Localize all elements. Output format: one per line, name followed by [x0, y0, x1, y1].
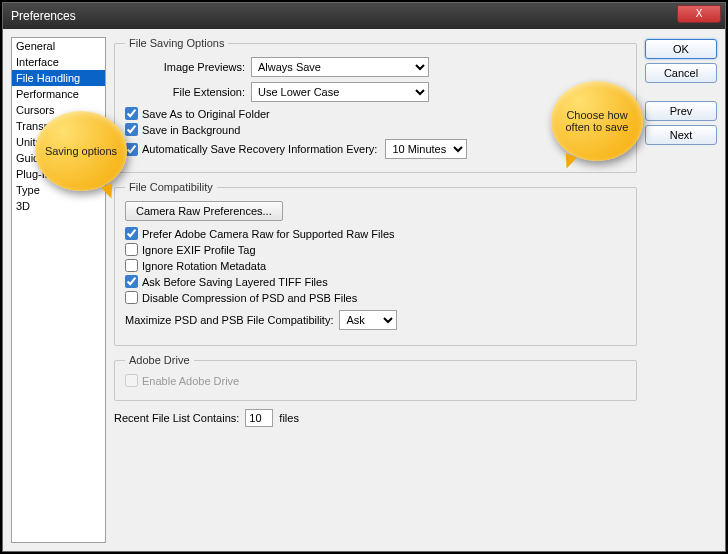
- image-previews-row: Image Previews: Always Save: [125, 57, 626, 77]
- sidebar-item-label: 3D: [16, 200, 30, 212]
- camera-raw-prefs-button[interactable]: Camera Raw Preferences...: [125, 201, 283, 221]
- maximize-select[interactable]: Ask: [339, 310, 397, 330]
- ignore-rotation-checkbox[interactable]: [125, 259, 138, 272]
- sidebar-item-file-handling[interactable]: File Handling: [12, 70, 105, 86]
- enable-drive-row: Enable Adobe Drive: [125, 374, 626, 387]
- recent-files-input[interactable]: [245, 409, 273, 427]
- prefer-acr-label: Prefer Adobe Camera Raw for Supported Ra…: [142, 228, 395, 240]
- image-previews-label: Image Previews:: [125, 61, 245, 73]
- window-title: Preferences: [11, 9, 76, 23]
- prev-label: Prev: [670, 105, 693, 117]
- save-original-checkbox[interactable]: [125, 107, 138, 120]
- sidebar-item-general[interactable]: General: [12, 38, 105, 54]
- cancel-label: Cancel: [664, 67, 698, 79]
- ok-button[interactable]: OK: [645, 39, 717, 59]
- ignore-rotation-label: Ignore Rotation Metadata: [142, 260, 266, 272]
- recent-files-label-post: files: [279, 412, 299, 424]
- ignore-exif-checkbox[interactable]: [125, 243, 138, 256]
- camera-raw-prefs-label: Camera Raw Preferences...: [136, 205, 272, 217]
- auto-recovery-row: Automatically Save Recovery Information …: [125, 139, 626, 159]
- disable-psd-label: Disable Compression of PSD and PSB Files: [142, 292, 357, 304]
- file-compatibility-group: File Compatibility Camera Raw Preference…: [114, 181, 637, 346]
- preferences-window: Preferences X General Interface File Han…: [2, 2, 726, 552]
- save-background-checkbox[interactable]: [125, 123, 138, 136]
- prefer-acr-row: Prefer Adobe Camera Raw for Supported Ra…: [125, 227, 626, 240]
- enable-drive-checkbox: [125, 374, 138, 387]
- next-button[interactable]: Next: [645, 125, 717, 145]
- close-button[interactable]: X: [677, 5, 721, 23]
- prev-button[interactable]: Prev: [645, 101, 717, 121]
- maximize-row: Maximize PSD and PSB File Compatibility:…: [125, 310, 626, 330]
- sidebar-item-label: Type: [16, 184, 40, 196]
- sidebar-item-label: Interface: [16, 56, 59, 68]
- adobe-drive-group: Adobe Drive Enable Adobe Drive: [114, 354, 637, 401]
- enable-drive-label: Enable Adobe Drive: [142, 375, 239, 387]
- sidebar-item-label: General: [16, 40, 55, 52]
- save-background-label: Save in Background: [142, 124, 240, 136]
- maximize-label: Maximize PSD and PSB File Compatibility:: [125, 314, 333, 326]
- auto-recovery-interval-select[interactable]: 10 Minutes: [385, 139, 467, 159]
- sidebar-item-3d[interactable]: 3D: [12, 198, 105, 214]
- recent-files-row: Recent File List Contains: files: [114, 409, 637, 427]
- ignore-exif-label: Ignore EXIF Profile Tag: [142, 244, 256, 256]
- callout-choose-frequency: Choose how often to save: [551, 81, 643, 161]
- titlebar[interactable]: Preferences X: [3, 3, 725, 29]
- dialog-buttons: OK Cancel Prev Next: [645, 37, 717, 543]
- save-original-label: Save As to Original Folder: [142, 108, 270, 120]
- recent-files-label-pre: Recent File List Contains:: [114, 412, 239, 424]
- callout-text: Choose how often to save: [559, 109, 635, 133]
- ignore-exif-row: Ignore EXIF Profile Tag: [125, 243, 626, 256]
- disable-psd-row: Disable Compression of PSD and PSB Files: [125, 291, 626, 304]
- file-extension-label: File Extension:: [125, 86, 245, 98]
- close-icon: X: [696, 8, 703, 19]
- sidebar-item-label: Performance: [16, 88, 79, 100]
- file-extension-row: File Extension: Use Lower Case: [125, 82, 626, 102]
- ask-tiff-label: Ask Before Saving Layered TIFF Files: [142, 276, 328, 288]
- next-label: Next: [670, 129, 693, 141]
- callout-text: Saving options: [45, 145, 117, 157]
- ok-label: OK: [673, 43, 689, 55]
- file-extension-select[interactable]: Use Lower Case: [251, 82, 429, 102]
- sidebar-item-interface[interactable]: Interface: [12, 54, 105, 70]
- prefer-acr-checkbox[interactable]: [125, 227, 138, 240]
- callout-saving-options: Saving options: [35, 111, 127, 191]
- sidebar-item-label: Cursors: [16, 104, 55, 116]
- image-previews-select[interactable]: Always Save: [251, 57, 429, 77]
- file-saving-legend: File Saving Options: [125, 37, 228, 49]
- auto-recovery-label: Automatically Save Recovery Information …: [142, 143, 377, 155]
- file-compat-legend: File Compatibility: [125, 181, 217, 193]
- cancel-button[interactable]: Cancel: [645, 63, 717, 83]
- sidebar-item-label: File Handling: [16, 72, 80, 84]
- sidebar-item-performance[interactable]: Performance: [12, 86, 105, 102]
- ask-tiff-checkbox[interactable]: [125, 275, 138, 288]
- ignore-rotation-row: Ignore Rotation Metadata: [125, 259, 626, 272]
- adobe-drive-legend: Adobe Drive: [125, 354, 194, 366]
- ask-tiff-row: Ask Before Saving Layered TIFF Files: [125, 275, 626, 288]
- disable-psd-checkbox[interactable]: [125, 291, 138, 304]
